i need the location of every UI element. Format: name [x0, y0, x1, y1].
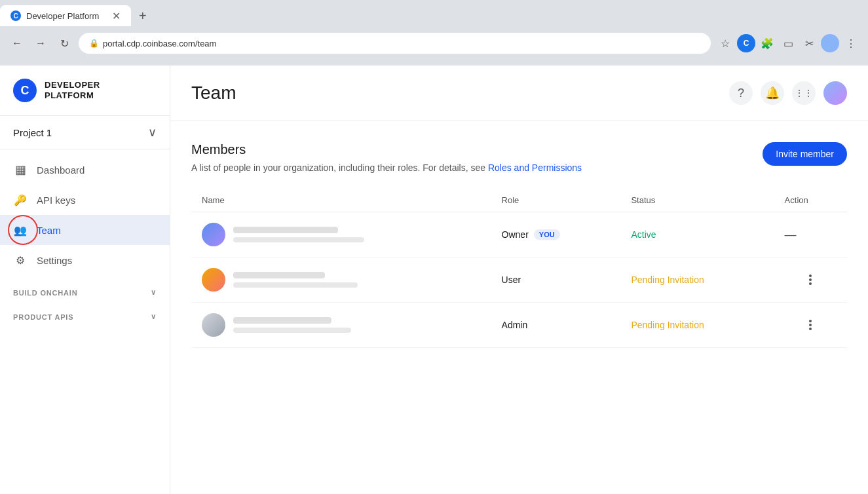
status-cell-2: Pending Invitation — [620, 257, 774, 303]
dot — [809, 328, 812, 330]
extension-icon-1[interactable]: C — [737, 34, 755, 52]
status-cell-3: Pending Invitation — [620, 303, 774, 348]
dot — [809, 278, 812, 281]
sidebar-item-api-keys[interactable]: 🔑 API keys — [0, 185, 170, 215]
table-row: Owner YOU Active — — [191, 212, 847, 257]
status-badge-3: Pending Invitation — [631, 320, 704, 330]
project-selector[interactable]: Project 1 ∨ — [0, 116, 170, 149]
dot — [809, 320, 812, 322]
browser-chrome: Developer Platform ✕ + ← → ↻ 🔒 portal.cd… — [0, 0, 868, 66]
member-info-1 — [202, 223, 481, 246]
members-header: Members A list of people in your organiz… — [191, 142, 847, 173]
section-build-onchain[interactable]: BUILD ONCHAIN ∨ — [0, 280, 170, 299]
role-cell-1: Owner YOU — [491, 212, 621, 257]
members-title: Members — [191, 142, 582, 157]
logo-text: DEVELOPER PLATFORM — [45, 80, 100, 100]
tab-close-button[interactable]: ✕ — [112, 10, 121, 22]
members-description: A list of people in your organization, i… — [191, 162, 582, 173]
project-chevron: ∨ — [148, 125, 157, 140]
avatar-3 — [202, 313, 225, 337]
nav-section: ▦ Dashboard 🔑 API keys 👥 Team ⚙ Settings — [0, 149, 170, 280]
table-body: Owner YOU Active — — [191, 212, 847, 348]
chrome-menu[interactable]: ⋮ — [842, 34, 860, 52]
sidebar-item-team[interactable]: 👥 Team — [0, 215, 170, 245]
member-name-blurred-3 — [233, 317, 331, 324]
members-table: Name Role Status Action — [191, 189, 847, 348]
project-name: Project 1 — [13, 127, 52, 138]
table-row: User Pending Invitation — [191, 257, 847, 303]
action-cell-2[interactable] — [774, 257, 847, 303]
invite-member-button[interactable]: Invite member — [763, 142, 847, 166]
sidebar-item-team-wrapper: 👥 Team — [0, 215, 170, 245]
logo-section: DEVELOPER PLATFORM — [0, 66, 170, 116]
role-cell-3: Admin — [491, 303, 621, 348]
api-keys-icon: 🔑 — [13, 193, 28, 207]
dot — [809, 275, 812, 277]
members-info: Members A list of people in your organiz… — [191, 142, 582, 173]
app: DEVELOPER PLATFORM Project 1 ∨ ▦ Dashboa… — [0, 66, 868, 494]
content-area: Members A list of people in your organiz… — [170, 121, 868, 369]
main-content: Team ? 🔔 ⋮⋮ Members A list of pe — [170, 66, 868, 494]
user-avatar[interactable] — [823, 81, 847, 105]
tab-favicon — [10, 10, 21, 21]
help-button[interactable]: ? — [729, 81, 753, 105]
back-button[interactable]: ← — [8, 34, 26, 52]
action-cell-3[interactable] — [774, 303, 847, 348]
screenshot-icon[interactable]: ✂ — [800, 34, 818, 52]
role-cell-2: User — [491, 257, 621, 303]
member-info-2 — [202, 268, 481, 292]
member-name-blurred-2 — [233, 272, 325, 278]
action-cell-1: — — [774, 212, 847, 257]
logo-icon — [13, 79, 37, 102]
sidebar-item-label-team: Team — [37, 225, 61, 236]
forward-button[interactable]: → — [31, 34, 50, 52]
role-text-1: Owner — [502, 229, 529, 240]
member-email-blurred-1 — [233, 237, 364, 242]
address-input[interactable]: 🔒 portal.cdp.coinbase.com/team — [79, 33, 711, 54]
action-dash-1: — — [785, 228, 797, 241]
member-email-blurred-3 — [233, 328, 351, 333]
cast-icon[interactable]: ▭ — [779, 34, 797, 52]
col-name: Name — [191, 189, 491, 212]
col-status: Status — [620, 189, 774, 212]
url-text: portal.cdp.coinbase.com/team — [103, 39, 216, 48]
sidebar-item-dashboard[interactable]: ▦ Dashboard — [0, 155, 170, 185]
member-info-3 — [202, 313, 481, 337]
roles-permissions-link[interactable]: Roles and Permissions — [488, 162, 582, 173]
sidebar: DEVELOPER PLATFORM Project 1 ∨ ▦ Dashboa… — [0, 66, 170, 494]
reload-button[interactable]: ↻ — [55, 34, 73, 52]
bookmark-icon[interactable]: ☆ — [716, 34, 734, 52]
role-info-1: Owner YOU — [502, 229, 611, 240]
browser-toolbar: ☆ C 🧩 ▭ ✂ ⋮ — [716, 34, 860, 52]
member-cell-2 — [191, 257, 491, 303]
avatar-1 — [202, 223, 225, 246]
sidebar-item-label-api-keys: API keys — [37, 195, 75, 206]
you-badge-1: YOU — [534, 229, 560, 240]
notification-button[interactable]: 🔔 — [761, 81, 784, 105]
chrome-profile[interactable] — [821, 34, 839, 52]
dashboard-icon: ▦ — [13, 162, 28, 177]
member-cell-3 — [191, 303, 491, 348]
sidebar-item-settings[interactable]: ⚙ Settings — [0, 245, 170, 275]
new-tab-button[interactable]: + — [131, 5, 155, 26]
sidebar-item-label-settings: Settings — [37, 255, 72, 266]
status-badge-2: Pending Invitation — [631, 275, 704, 285]
member-text-1 — [233, 227, 364, 242]
dot — [809, 282, 812, 285]
role-text-3: Admin — [502, 320, 528, 330]
extension-icon-2[interactable]: 🧩 — [758, 34, 776, 52]
settings-icon: ⚙ — [13, 253, 28, 267]
action-menu-button-3[interactable] — [785, 320, 837, 330]
team-icon: 👥 — [13, 223, 28, 237]
col-action: Action — [774, 189, 847, 212]
member-text-2 — [233, 272, 358, 288]
section-product-apis[interactable]: PRODUCT APIS ∨ — [0, 305, 170, 324]
action-menu-button-2[interactable] — [785, 275, 837, 285]
sidebar-item-label-dashboard: Dashboard — [37, 164, 85, 176]
tab-bar: Developer Platform ✕ + — [0, 0, 868, 26]
tab-title: Developer Platform — [26, 11, 99, 21]
header-actions: ? 🔔 ⋮⋮ — [729, 81, 847, 105]
active-tab[interactable]: Developer Platform ✕ — [0, 5, 131, 26]
table-row: Admin Pending Invitation — [191, 303, 847, 348]
grid-button[interactable]: ⋮⋮ — [792, 81, 816, 105]
